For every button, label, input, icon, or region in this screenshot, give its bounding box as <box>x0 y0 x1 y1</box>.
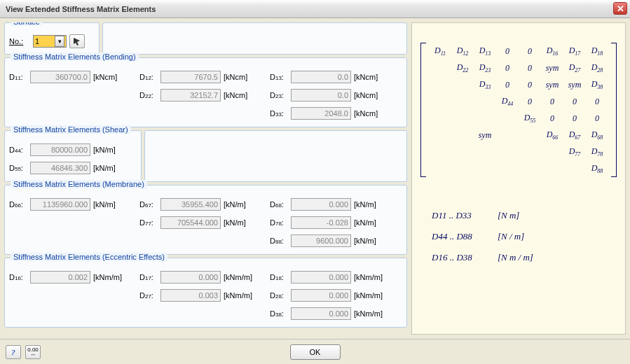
D23-value: 0.0 <box>291 89 351 102</box>
D78-unit: [kN/m] <box>354 218 376 227</box>
D44-value: 80000.000 <box>30 144 90 156</box>
D88-unit: [kN/m] <box>354 237 376 245</box>
help-button[interactable]: ? <box>6 345 21 359</box>
D77-value: 705544.000 <box>160 216 221 229</box>
D23-label: D23: <box>270 91 289 99</box>
pointer-icon <box>72 36 82 46</box>
D13-value: 0.0 <box>291 71 351 83</box>
D22-value: 32152.7 <box>160 89 221 102</box>
D68-label: D68: <box>270 200 289 209</box>
D33-unit: [kNcm] <box>354 109 378 118</box>
D66-label: D66: <box>9 200 29 209</box>
D27-unit: [kNm/m] <box>224 291 252 300</box>
D77-unit: [kN/m] <box>224 218 246 227</box>
D55-unit: [kN/m] <box>93 164 116 172</box>
D28-value: 0.000 <box>291 289 351 302</box>
D38-value: 0.000 <box>291 307 351 320</box>
pick-surface-button[interactable] <box>69 34 85 48</box>
D55-value: 46846.300 <box>30 162 90 174</box>
D22-unit: [kNcm] <box>224 91 247 99</box>
D18-unit: [kNm/m] <box>354 273 383 281</box>
D18-value: 0.000 <box>291 271 351 284</box>
D17-value: 0.000 <box>160 271 221 284</box>
D18-label: D18: <box>270 273 289 281</box>
D88-label: D88: <box>270 237 289 245</box>
D78-value: -0.028 <box>291 216 351 229</box>
D67-value: 35955.400 <box>160 198 221 211</box>
D13-label: D13: <box>270 73 289 81</box>
D33-value: 2048.0 <box>291 107 351 120</box>
matrix-panel: D11D12D1300D16D17D18D22D2300symD27D28D33… <box>411 22 626 335</box>
D66-unit: [kN/m] <box>93 200 116 209</box>
D27-label: D27: <box>139 291 159 300</box>
D27-value: 0.003 <box>160 289 221 302</box>
D22-label: D22: <box>139 91 159 99</box>
help-icon: ? <box>11 348 15 356</box>
D44-label: D44: <box>9 146 29 154</box>
D16-unit: [kNm/m] <box>93 273 122 281</box>
no-label: No.: <box>9 37 30 46</box>
D17-label: D17: <box>139 273 159 281</box>
precision-button[interactable]: 0.00↔ <box>25 345 41 359</box>
precision-icon: 0.00↔ <box>27 347 39 357</box>
D55-label: D55: <box>9 164 29 172</box>
section-eccentric-title: Stiffness Matrix Elements (Eccentric Eff… <box>11 253 167 261</box>
chevron-down-icon[interactable]: ▾ <box>55 36 64 47</box>
section-surface-title: Surface <box>11 22 43 26</box>
surface-number-value: 1 <box>35 37 39 46</box>
D16-value: 0.002 <box>30 271 90 284</box>
D77-label: D77: <box>139 218 159 227</box>
stiffness-matrix: D11D12D1300D16D17D18D22D2300symD27D28D33… <box>429 43 608 177</box>
D68-unit: [kN/m] <box>354 200 376 209</box>
titlebar: View Extended Stiffness Matrix Elements … <box>0 0 630 18</box>
D67-label: D67: <box>139 200 159 209</box>
D28-unit: [kNm/m] <box>354 291 383 300</box>
D88-value: 9600.000 <box>291 234 351 247</box>
section-bending-title: Stiffness Matrix Elements (Bending) <box>11 52 139 61</box>
section-shear-title: Stiffness Matrix Elements (Shear) <box>11 125 131 134</box>
D44-unit: [kN/m] <box>93 146 116 154</box>
D78-label: D78: <box>270 218 289 227</box>
D28-label: D28: <box>270 291 289 300</box>
D11-unit: [kNcm] <box>93 73 117 81</box>
D66-value: 1135960.000 <box>30 198 90 211</box>
D23-unit: [kNcm] <box>354 91 378 99</box>
D38-label: D38: <box>270 309 289 318</box>
D12-unit: [kNcm] <box>224 73 247 81</box>
D68-value: 0.000 <box>291 198 351 211</box>
D67-unit: [kN/m] <box>224 200 246 209</box>
D12-label: D12: <box>139 73 159 81</box>
D17-unit: [kNm/m] <box>224 273 252 281</box>
D11-value: 360700.0 <box>30 71 90 83</box>
section-membrane-title: Stiffness Matrix Elements (Membrane) <box>11 180 147 188</box>
D13-unit: [kNcm] <box>354 73 378 81</box>
unit-legend: D11 .. D33[N m] D44 .. D88[N / m] D16 ..… <box>432 205 619 268</box>
D11-label: D11: <box>9 73 29 81</box>
D38-unit: [kNm/m] <box>354 309 383 318</box>
window-title: View Extended Stiffness Matrix Elements <box>6 5 156 13</box>
D33-label: D33: <box>270 109 289 118</box>
ok-button[interactable]: OK <box>290 344 341 360</box>
close-button[interactable]: ✕ <box>613 2 627 15</box>
surface-number-select[interactable]: 1 ▾ <box>33 35 67 48</box>
D12-value: 7670.5 <box>160 71 221 83</box>
D16-label: D16: <box>9 273 29 281</box>
